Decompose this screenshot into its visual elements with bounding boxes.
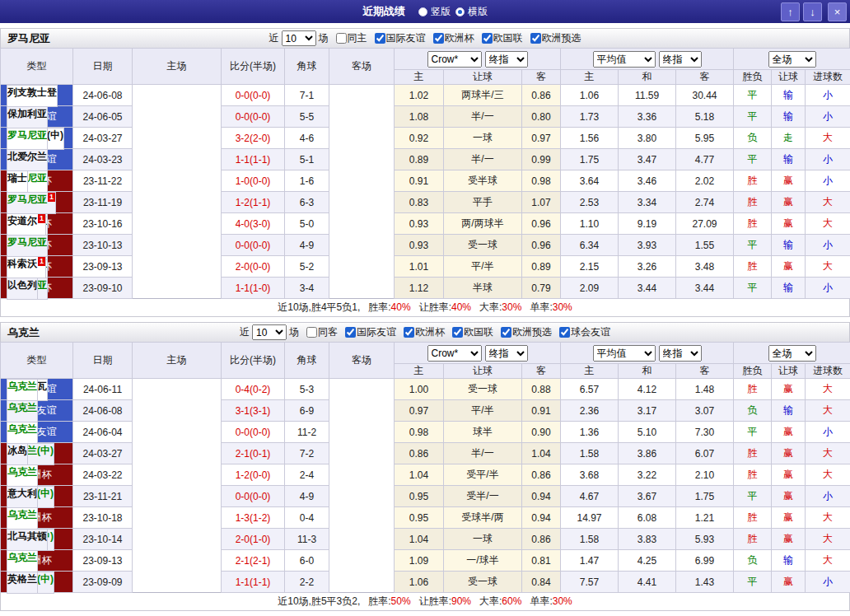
asia-odds-time-select[interactable]: 终指 [485, 51, 528, 68]
league-checkbox-box[interactable] [345, 327, 356, 338]
layout-radio-vertical[interactable]: 竖版 [418, 5, 451, 19]
same-venue-checkbox[interactable]: 同主 [333, 31, 367, 45]
same-venue-checkbox-box[interactable] [306, 327, 317, 338]
europe-away-odds-cell: 27.09 [676, 213, 734, 235]
sub-column-header: 和 [619, 70, 676, 85]
europe-draw-odds-cell: 3.26 [619, 256, 676, 278]
league-checkbox[interactable]: 球会友谊 [556, 325, 610, 339]
move-down-button[interactable]: ↓ [803, 2, 822, 21]
europe-draw-odds-cell: 4.25 [619, 550, 676, 572]
handicap-line-cell: 球半 [444, 422, 522, 443]
match-row: 欧洲杯23-10-14乌克兰(中)2-0(1-0)11-3北马其顿1.04一球0… [1, 529, 850, 550]
league-checkbox-box[interactable] [452, 327, 463, 338]
match-row: 国际友谊24-03-23罗马尼亚1-1(1-1)5-1北爱尔兰0.89半/一0.… [1, 149, 850, 170]
handicap-line-cell: 受球半/两 [444, 507, 522, 529]
outcome-result-cell: 胜 [734, 443, 772, 464]
stat-label: 胜率: [368, 301, 390, 313]
close-button[interactable]: × [828, 2, 847, 21]
goals-result-cell: 大 [806, 192, 850, 213]
result-group-header: 全场 [734, 343, 850, 364]
result-group-header: 全场 [734, 49, 850, 70]
handicap-result-cell: 赢 [772, 443, 806, 464]
league-checkbox[interactable]: 国际友谊 [342, 325, 396, 339]
handicap-result-cell: 赢 [772, 529, 806, 550]
europe-home-odds-cell: 2.36 [561, 400, 619, 422]
score-cell: 0-0(0-0) [222, 422, 285, 443]
date-cell: 24-03-27 [73, 443, 133, 464]
same-venue-checkbox-box[interactable] [336, 33, 347, 44]
score-cell: 3-2(2-0) [222, 128, 285, 149]
stat-value: 30% [553, 301, 572, 313]
league-checkbox[interactable]: 欧洲杯 [430, 31, 474, 45]
summary-stat: 胜率:50% [368, 595, 410, 609]
europe-draw-odds-cell: 3.83 [619, 529, 676, 550]
match-row: 欧洲杯23-09-13罗马尼亚2-0(0-0)5-2科索沃11.01平/半0.8… [1, 256, 850, 278]
league-checkbox[interactable]: 欧洲预选 [527, 31, 581, 45]
near-count-select[interactable]: 10 [252, 324, 287, 340]
league-checkbox-box[interactable] [482, 33, 493, 44]
league-checkbox-box[interactable] [559, 327, 570, 338]
stat-label: 胜率: [368, 595, 390, 607]
goals-result-cell: 大 [806, 128, 850, 149]
league-checkbox[interactable]: 国际友谊 [371, 31, 426, 45]
matches-table: 类型日期主场比分(半场)角球客场Crow*终指平均值终指全场主让球客主和客胜负让… [0, 48, 850, 299]
handicap-line-cell: 平手 [444, 192, 522, 213]
league-checkbox-box[interactable] [404, 327, 414, 338]
league-checkbox-box[interactable] [501, 327, 511, 338]
league-checkbox[interactable]: 欧洲预选 [497, 325, 552, 339]
same-venue-checkbox[interactable]: 同客 [303, 325, 338, 339]
column-header: 客场 [329, 343, 395, 379]
column-header: 类型 [1, 49, 73, 85]
near-count-select[interactable]: 10 [282, 30, 316, 46]
bookmaker-select[interactable]: Crow* [427, 51, 482, 68]
europe-away-odds-cell: 1.75 [676, 486, 734, 507]
asia-odds-time-select[interactable]: 终指 [485, 345, 528, 362]
league-checkbox-box[interactable] [375, 33, 385, 44]
europe-home-odds-cell: 2.15 [561, 256, 619, 278]
handicap-result-cell: 输 [772, 106, 806, 128]
move-up-button[interactable]: ↑ [781, 2, 800, 21]
date-cell: 24-06-11 [73, 379, 133, 400]
europe-draw-odds-cell: 3.47 [619, 149, 676, 170]
outcome-result-cell: 胜 [734, 379, 772, 400]
europe-away-odds-cell: 1.48 [676, 379, 734, 400]
score-cell: 0-0(0-0) [222, 235, 285, 256]
europe-odds-time-select[interactable]: 终指 [659, 51, 702, 68]
europe-home-odds-cell: 3.68 [561, 464, 619, 486]
away-team-cell: 保加利亚 [7, 106, 48, 128]
sub-column-header: 让球 [772, 364, 806, 379]
column-header: 客场 [329, 49, 395, 85]
score-cell: 1-2(1-1) [222, 192, 285, 213]
layout-radio-group: 竖版横版 [413, 5, 488, 19]
layout-radio-horizontal[interactable]: 横版 [455, 5, 488, 19]
europe-odds-time-select[interactable]: 终指 [659, 345, 702, 362]
sub-column-header: 胜负 [734, 364, 772, 379]
average-select[interactable]: 平均值 [593, 51, 656, 68]
handicap-result-cell: 赢 [772, 572, 806, 593]
fulltime-select[interactable]: 全场 [768, 345, 816, 362]
europe-home-odds-cell: 2.09 [561, 278, 619, 299]
outcome-result-cell: 平 [734, 85, 772, 106]
handicap-line-cell: 两球半/三 [444, 85, 522, 106]
bookmaker-select[interactable]: Crow* [427, 345, 482, 362]
league-checkbox-box[interactable] [530, 33, 541, 44]
average-select[interactable]: 平均值 [593, 345, 656, 362]
goals-result-cell: 小 [806, 235, 850, 256]
asia-away-odds-cell: 1.07 [522, 192, 561, 213]
away-team-cell: 乌克兰 [7, 507, 38, 530]
column-header: 角球 [285, 343, 329, 379]
fulltime-select[interactable]: 全场 [768, 51, 816, 68]
league-checkbox[interactable]: 欧国联 [449, 325, 493, 339]
match-row: 欧洲杯23-10-16罗马尼亚4-0(3-0)5-0安道尔10.93两/两球半0… [1, 213, 850, 235]
europe-away-odds-cell: 6.99 [676, 550, 734, 572]
league-checkbox-box[interactable] [433, 33, 444, 44]
handicap-line-cell: 平/半 [444, 256, 522, 278]
asia-home-odds-cell: 0.86 [395, 443, 444, 464]
league-checkbox[interactable]: 欧国联 [479, 31, 523, 45]
league-checkbox[interactable]: 欧洲杯 [400, 325, 445, 339]
summary-stat: 大率:30% [479, 301, 521, 315]
outcome-result-cell: 负 [734, 550, 772, 572]
corner-cell: 4-9 [285, 486, 329, 507]
summary-lead: 近10场,胜4平5负1, [278, 301, 360, 315]
europe-draw-odds-cell: 3.86 [619, 443, 676, 464]
